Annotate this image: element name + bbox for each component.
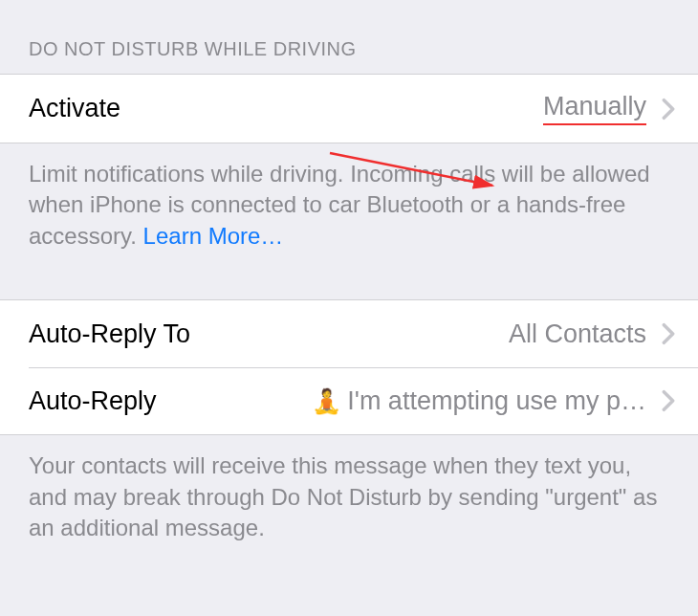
activate-label: Activate xyxy=(29,94,120,123)
chevron-right-icon xyxy=(662,389,675,412)
chevron-right-icon xyxy=(662,322,675,345)
activate-row[interactable]: Activate Manually xyxy=(0,75,698,143)
auto-reply-value-wrap: 🧘 I'm attempting use my p… xyxy=(180,386,646,416)
activate-footer: Limit notifications while driving. Incom… xyxy=(0,143,698,271)
chevron-right-icon xyxy=(662,98,675,121)
section-header-dnd: DO NOT DISTURB WHILE DRIVING xyxy=(0,0,698,74)
auto-reply-value: I'm attempting use my p… xyxy=(347,386,646,416)
auto-reply-footer: Your contacts will receive this message … xyxy=(0,435,698,562)
auto-reply-label: Auto-Reply xyxy=(29,386,157,416)
section-gap xyxy=(0,271,698,299)
activate-group: Activate Manually xyxy=(0,74,698,143)
activate-footer-text: Limit notifications while driving. Incom… xyxy=(29,161,650,249)
auto-reply-group: Auto-Reply To All Contacts Auto-Reply 🧘 … xyxy=(0,299,698,435)
auto-reply-to-value: All Contacts xyxy=(509,319,646,349)
auto-reply-to-row[interactable]: Auto-Reply To All Contacts xyxy=(0,300,698,367)
auto-reply-row[interactable]: Auto-Reply 🧘 I'm attempting use my p… xyxy=(0,367,698,434)
meditation-emoji-icon: 🧘 xyxy=(312,387,341,415)
auto-reply-to-label: Auto-Reply To xyxy=(29,319,190,349)
activate-value: Manually xyxy=(543,92,646,125)
learn-more-link[interactable]: Learn More… xyxy=(143,223,284,249)
